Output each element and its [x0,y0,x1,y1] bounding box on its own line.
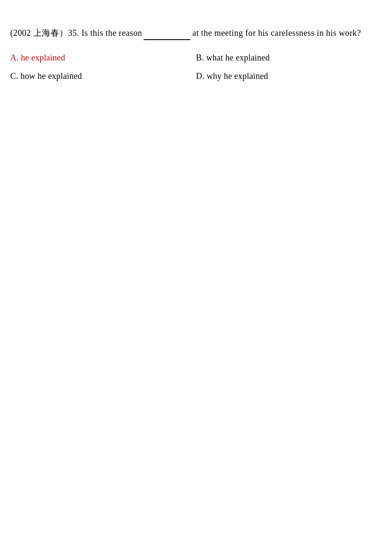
question-blank [144,39,190,40]
option-a-text: A. he explained [10,53,65,62]
option-b-text: B. what he explained [196,53,270,62]
option-c-text: C. how he explained [10,71,82,81]
option-b[interactable]: B. what he explained [196,53,382,63]
option-d-text: D. why he explained [196,71,268,81]
options-grid: A. he explained B. what he explained C. … [10,53,382,81]
question-suffix: at the meeting for his carelessness in h… [192,28,361,38]
option-a[interactable]: A. he explained [10,53,196,63]
option-c[interactable]: C. how he explained [10,71,196,81]
question-block: (2002 上海春）35. Is this the reasonat the m… [10,26,382,81]
question-text: (2002 上海春）35. Is this the reasonat the m… [10,26,382,40]
option-d[interactable]: D. why he explained [196,71,382,81]
question-prefix: (2002 上海春）35. Is this the reason [10,28,142,38]
